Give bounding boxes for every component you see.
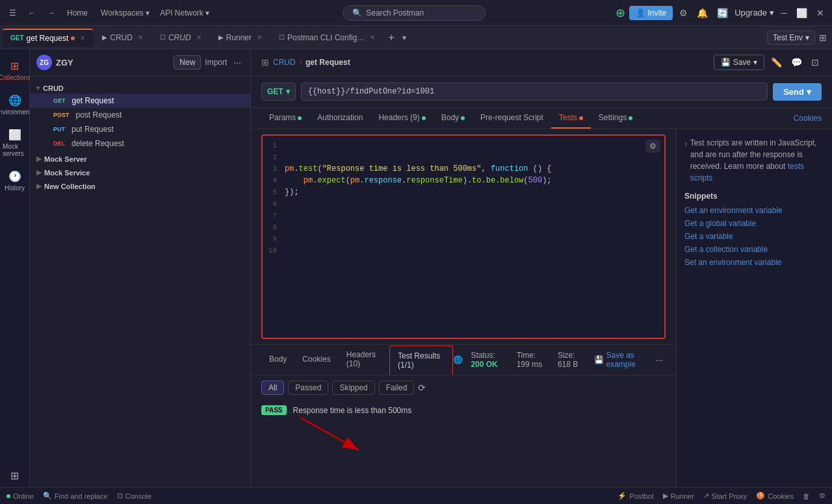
online-status[interactable]: Online: [6, 492, 34, 500]
new-collection-folder[interactable]: ▶ New Collection: [30, 178, 250, 192]
panel-arrow-icon[interactable]: ›: [684, 138, 688, 149]
bell-icon[interactable]: 🔔: [694, 5, 710, 21]
filter-failed-button[interactable]: Failed: [379, 381, 415, 395]
tab-headers[interactable]: Headers (9): [370, 108, 433, 129]
send-button[interactable]: Send ▾: [773, 83, 822, 101]
back-button[interactable]: ←: [24, 6, 40, 20]
tests-scripts-link[interactable]: tests scripts: [690, 162, 804, 183]
method-selector[interactable]: GET ▾: [261, 82, 296, 101]
runner-button[interactable]: ▶ Runner: [663, 492, 694, 500]
tab-close-icon[interactable]: ✕: [80, 34, 85, 42]
sidebar-item-put-request[interactable]: PUT put Request: [30, 122, 250, 136]
resp-tab-test-results[interactable]: Test Results (1/1): [389, 346, 453, 375]
url-input[interactable]: [301, 82, 768, 101]
console-button[interactable]: ⊡ Console: [117, 492, 151, 500]
sidebar-item-delete-request[interactable]: DEL delete Request: [30, 136, 250, 151]
tab-tests[interactable]: Tests: [551, 108, 591, 129]
edit-icon[interactable]: ✏️: [768, 55, 785, 70]
filter-passed-button[interactable]: Passed: [288, 381, 328, 395]
sidebar-item-post-request[interactable]: POST post Request: [30, 108, 250, 122]
api-network-menu[interactable]: API Network ▾: [156, 6, 213, 20]
filter-skipped-button[interactable]: Skipped: [332, 381, 374, 395]
sidebar-more-button[interactable]: ···: [231, 55, 244, 70]
minimize-button[interactable]: ─: [778, 5, 790, 21]
comment-icon[interactable]: 💬: [788, 55, 805, 70]
snippet-get-variable[interactable]: Get a variable: [684, 232, 824, 241]
share-icon[interactable]: ⊡: [809, 55, 822, 70]
snippet-get-env[interactable]: Get an environment variable: [684, 206, 824, 215]
tab-crud-2[interactable]: ☐ CRUD ✕: [152, 29, 209, 46]
tab-label: Postman CLI Config…: [287, 33, 365, 42]
sidebar-item-history[interactable]: 🕐 History: [0, 165, 29, 197]
save-button[interactable]: 💾 Save ▾: [714, 55, 764, 70]
tab-params[interactable]: Params: [261, 108, 309, 129]
mock-service-folder[interactable]: ▶ Mock Service: [30, 164, 250, 178]
forward-button[interactable]: →: [44, 6, 59, 20]
tab-close-icon[interactable]: ✕: [138, 34, 143, 41]
snippet-get-collection[interactable]: Get a collection variable: [684, 245, 824, 254]
response-area: Body Cookies Headers (10) Test Results (…: [251, 344, 676, 487]
import-button[interactable]: Import: [205, 58, 227, 67]
start-proxy-label: Start Proxy: [712, 492, 747, 500]
start-proxy-button[interactable]: ↗ Start Proxy: [703, 492, 747, 500]
tab-close-icon[interactable]: ✕: [257, 34, 262, 41]
invite-button[interactable]: 👤 Invite: [629, 6, 673, 20]
search-box[interactable]: 🔍 Search Postman: [343, 5, 486, 21]
mock-server-folder[interactable]: ▶ Mock Server: [30, 151, 250, 164]
new-button[interactable]: New: [174, 55, 201, 69]
menu-button[interactable]: ☰: [5, 6, 20, 20]
cookies-link[interactable]: Cookies: [794, 114, 822, 123]
method-badge-get: GET: [51, 97, 68, 105]
tab-authorization[interactable]: Authorization: [309, 108, 370, 129]
tab-get-request[interactable]: GET get Request ✕: [3, 29, 93, 47]
tab-close-icon[interactable]: ✕: [370, 34, 375, 41]
sidebar-item-collections[interactable]: ⊞ Collections: [0, 55, 29, 86]
snippet-set-env[interactable]: Set an environment variable: [684, 258, 824, 267]
breadcrumb-collection[interactable]: CRUD: [273, 58, 296, 67]
editor-settings-button[interactable]: ⚙: [645, 140, 660, 153]
search-area: 🔍 Search Postman: [217, 5, 611, 21]
settings-bottom-button[interactable]: ⚙: [819, 492, 826, 500]
sync-icon[interactable]: 🔄: [714, 5, 731, 21]
method-dropdown-icon: ▾: [286, 87, 290, 96]
add-tab-button[interactable]: +: [384, 32, 398, 44]
tab-close-icon[interactable]: ✕: [196, 34, 202, 41]
sidebar-item-mock-servers[interactable]: ⬜ Mock servers: [0, 123, 29, 162]
upgrade-button[interactable]: Upgrade ▾: [734, 8, 774, 18]
resp-tab-cookies[interactable]: Cookies: [294, 349, 338, 370]
trash-button[interactable]: 🗑: [803, 492, 810, 500]
sidebar-item-apps[interactable]: ⊞: [0, 464, 29, 487]
tab-pre-request[interactable]: Pre-request Script: [473, 108, 551, 129]
save-example-button[interactable]: 💾 Save as example: [594, 351, 645, 369]
filter-all-button[interactable]: All: [261, 381, 284, 395]
code-line-3: 3 pm.test("Response time is less than 50…: [263, 164, 664, 176]
tab-body[interactable]: Body: [434, 108, 473, 129]
response-more-button[interactable]: ···: [653, 352, 666, 368]
save-icon: 💾: [721, 58, 731, 67]
find-replace-button[interactable]: 🔍 Find and replace: [43, 492, 108, 500]
tab-runner[interactable]: ▶ Runner ✕: [211, 29, 270, 46]
maximize-button[interactable]: ⬜: [794, 5, 810, 21]
resp-tab-headers[interactable]: Headers (10): [339, 345, 389, 375]
close-button[interactable]: ✕: [814, 5, 827, 21]
tab-crud-1[interactable]: ▶ CRUD ✕: [94, 29, 151, 46]
postbot-button[interactable]: ⚡ Postbot: [618, 492, 653, 500]
planet-icon[interactable]: ⊕: [616, 6, 625, 20]
settings-icon[interactable]: ⚙: [677, 5, 690, 21]
home-link[interactable]: Home: [63, 6, 92, 20]
navigation: Home Workspaces ▾ API Network ▾: [63, 6, 213, 20]
resp-tab-body[interactable]: Body: [261, 349, 294, 370]
crud-folder-header[interactable]: ▾ CRUD: [30, 80, 250, 94]
workspaces-menu[interactable]: Workspaces ▾: [97, 6, 153, 20]
environment-selector[interactable]: Test Env ▾: [767, 31, 815, 45]
refresh-button[interactable]: ⟳: [418, 383, 426, 393]
tab-postman-cli[interactable]: ☐ Postman CLI Config… ✕: [271, 29, 383, 46]
cookies-bottom-button[interactable]: 🍪 Cookies: [756, 492, 794, 500]
more-tabs-button[interactable]: ▾: [400, 33, 409, 42]
code-editor[interactable]: ⚙ 1 2 3 pm.test("Response time is less t…: [261, 134, 666, 339]
sidebar-item-get-request[interactable]: GET get Request: [30, 94, 250, 108]
env-view-button[interactable]: ⊞: [816, 30, 829, 45]
snippet-get-global[interactable]: Get a global variable: [684, 219, 824, 228]
tab-settings[interactable]: Settings: [591, 108, 640, 129]
sidebar-item-environments[interactable]: 🌐 Environments: [0, 89, 29, 121]
